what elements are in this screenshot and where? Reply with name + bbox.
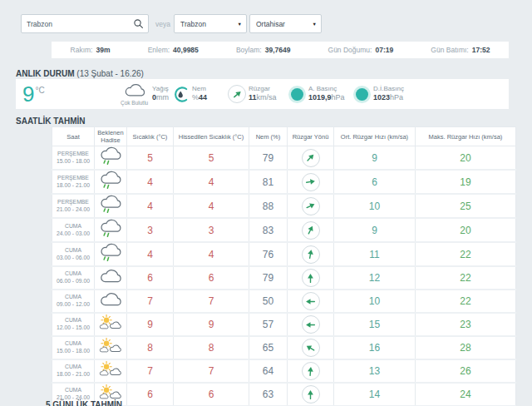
or-label: veya: [155, 20, 170, 28]
cell-time: CUMA 15.00 - 18.00: [52, 336, 95, 359]
cell-humidity: 50: [249, 290, 288, 313]
sea-pressure-label: D.İ.Basınç: [373, 85, 404, 93]
search-box: [21, 14, 149, 33]
current-precipitation: Yağış 0mm: [152, 79, 169, 109]
wind-direction-icon: [302, 339, 320, 357]
cell-max-wind-speed: 22: [416, 290, 516, 313]
weather-page: veya Trabzon ▼ Ortahisar ▼ Rakım:39m Enl…: [0, 0, 532, 406]
search-input[interactable]: [22, 20, 133, 28]
wind-arrow-icon: [304, 365, 316, 377]
cell-humidity: 79: [249, 266, 288, 290]
weather-icon: [98, 250, 123, 265]
location-info-bar: Rakım:39m Enlem:40,9985 Boylam:39,7649 G…: [52, 42, 509, 58]
search-icon: [133, 18, 144, 29]
district-select[interactable]: Ortahisar: [250, 16, 321, 33]
current-sea-pressure: D.İ.Basınç 1023hPa: [373, 79, 404, 109]
time-range: 03.00 - 06.00: [52, 255, 94, 262]
weather-icon: [98, 367, 123, 381]
forecast-row: PERŞEMBE 21.00 - 24.00: [52, 194, 516, 218]
forecast-row: CUMA 09.00 - 12.00: [52, 290, 516, 313]
cell-wind-direction: [288, 218, 334, 242]
cell-humidity: 63: [249, 383, 288, 406]
cell-wind-direction: [288, 146, 334, 171]
cell-wind-direction: [288, 266, 334, 290]
cell-max-wind-speed: 24: [416, 383, 516, 406]
cell-avg-wind-speed: 14: [334, 383, 416, 406]
time-range: 09.00 - 12.00: [52, 301, 94, 309]
cell-time: CUMA 24.00 - 03.00: [52, 218, 95, 242]
cell-temperature: 5: [127, 146, 174, 171]
forecast-header-row: SaatBeklenen HadiseSıcaklık (°C)Hissedil…: [52, 127, 516, 146]
column-header: Hissedilen Sıcaklık (°C): [174, 127, 249, 146]
time-range: 18.00 - 21.00: [52, 371, 94, 379]
cell-max-wind-speed: 26: [416, 359, 516, 383]
day-label: PERŞEMBE: [52, 175, 94, 182]
cell-temperature: 3: [127, 218, 174, 242]
location-info-item: Enlem:40,9985: [148, 46, 199, 54]
cell-temperature: 4: [127, 194, 174, 218]
province-select[interactable]: Trabzon: [175, 16, 246, 33]
forecast-row: CUMA 03.00 - 06.00: [52, 242, 516, 266]
cell-humidity: 83: [249, 218, 288, 242]
precip-value: 0mm: [152, 93, 169, 102]
day-label: CUMA: [52, 223, 94, 230]
time-range: 21.00 - 24.00: [52, 206, 94, 214]
location-info-item: Gün Doğumu:07:19: [328, 46, 394, 54]
cell-avg-wind-speed: 10: [334, 290, 416, 313]
current-section-title: ANLIK DURUM (13 Şubat - 16.26): [16, 69, 144, 78]
search-button[interactable]: [133, 15, 148, 32]
cell-temperature: 6: [127, 266, 174, 290]
wind-direction-icon: [302, 221, 320, 240]
column-header: Nem (%): [249, 127, 288, 146]
cell-condition: [95, 146, 127, 171]
weather-icon: [98, 226, 123, 240]
cell-feels-like: 9: [174, 313, 249, 336]
cell-wind-direction: [288, 170, 334, 194]
cell-condition: [95, 218, 127, 242]
forecast-row: CUMA 24.00 - 03.00: [52, 218, 516, 242]
district-select-wrap: Ortahisar ▼: [249, 14, 322, 33]
forecast-row: PERŞEMBE 15.00 - 18.00: [52, 146, 516, 171]
wind-arrow-icon: [303, 199, 318, 213]
wind-arrow-icon: [305, 389, 316, 400]
cell-avg-wind-speed: 9: [334, 218, 416, 242]
wind-value: 11km/sa: [249, 93, 277, 102]
time-range: 15.00 - 18.00: [52, 348, 94, 355]
wind-direction-icon: [302, 292, 320, 310]
forecast-row: PERŞEMBE 18.00 - 21.00: [52, 170, 516, 194]
cell-wind-direction: [288, 194, 334, 218]
cell-wind-direction: [288, 336, 334, 359]
time-range: 12.00 - 15.00: [52, 324, 94, 332]
cell-time: CUMA 09.00 - 12.00: [52, 290, 95, 313]
wind-arrow-icon: [303, 223, 318, 237]
time-range: 18.00 - 21.00: [52, 182, 94, 190]
cell-max-wind-speed: 22: [416, 266, 516, 290]
cell-condition: [95, 290, 127, 313]
time-range: 24.00 - 03.00: [52, 230, 94, 238]
cell-humidity: 88: [249, 194, 288, 218]
info-value: 39m: [96, 46, 110, 54]
cell-avg-wind-speed: 16: [334, 336, 416, 359]
cell-condition: [95, 242, 127, 266]
column-header: Sıcaklık (°C): [127, 127, 174, 146]
time-range: 06.00 - 09.00: [52, 278, 94, 285]
column-header: Maks. Rüzgar Hızı (km/sa): [416, 127, 516, 146]
cell-time: CUMA 18.00 - 21.00: [52, 359, 95, 383]
cell-time: PERŞEMBE 15.00 - 18.00: [52, 146, 95, 171]
column-header: Saat: [52, 127, 95, 146]
humidity-value: %44: [192, 93, 207, 102]
forecast-row: CUMA 18.00 - 21.00: [52, 359, 516, 383]
cell-feels-like: 4: [174, 242, 249, 266]
day-label: CUMA: [52, 340, 94, 348]
day-label: PERŞEMBE: [52, 199, 94, 206]
hourly-section-title: SAATLİK TAHMİN: [16, 116, 86, 126]
hourly-title: SAATLİK TAHMİN: [16, 116, 86, 126]
hourly-forecast-table: SaatBeklenen HadiseSıcaklık (°C)Hissedil…: [52, 126, 516, 406]
wind-direction-icon: [302, 315, 320, 334]
wind-direction-icon: [302, 385, 320, 404]
cell-temperature: 7: [127, 359, 174, 383]
wind-direction-icon: [302, 173, 320, 191]
cell-wind-direction: [288, 290, 334, 313]
sea-pressure-dot-icon: [356, 79, 368, 109]
cell-condition: [95, 266, 127, 290]
